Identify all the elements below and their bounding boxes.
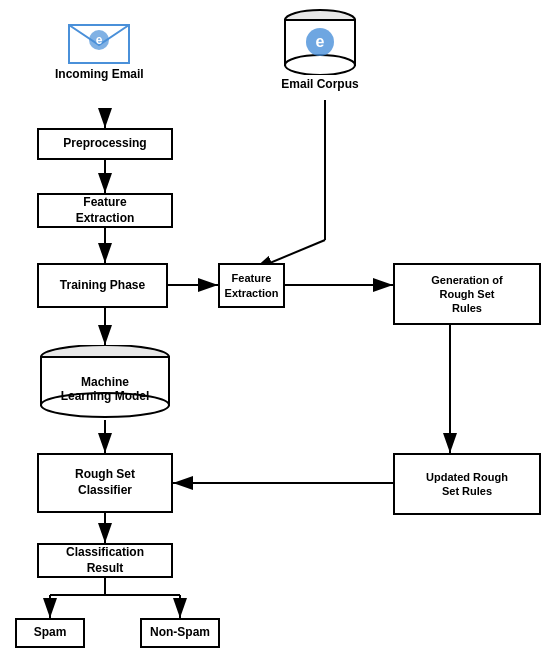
generation-rough-set-label: Generation ofRough SetRules (431, 273, 503, 316)
feature-extraction-2-box: FeatureExtraction (218, 263, 285, 308)
svg-point-23 (285, 55, 355, 75)
svg-text:e: e (96, 33, 103, 47)
training-phase-label: Training Phase (60, 278, 145, 294)
preprocessing-box: Preprocessing (37, 128, 173, 160)
rough-set-classifier-label: Rough SetClassifier (75, 467, 135, 498)
svg-text:Learning Model: Learning Model (61, 389, 150, 403)
classification-result-box: ClassificationResult (37, 543, 173, 578)
feature-extraction-2-label: FeatureExtraction (225, 271, 279, 300)
feature-extraction-1-label: FeatureExtraction (76, 195, 135, 226)
rough-set-classifier-box: Rough SetClassifier (37, 453, 173, 513)
spam-box: Spam (15, 618, 85, 648)
svg-text:Machine: Machine (81, 375, 129, 389)
generation-rough-set-box: Generation ofRough SetRules (393, 263, 541, 325)
non-spam-label: Non-Spam (150, 625, 210, 641)
preprocessing-label: Preprocessing (63, 136, 146, 152)
spam-label: Spam (34, 625, 67, 641)
flowchart-diagram: e Incoming Email e Email Corpus Preproce… (0, 0, 556, 657)
feature-extraction-1-box: FeatureExtraction (37, 193, 173, 228)
training-phase-box: Training Phase (37, 263, 168, 308)
incoming-email-label: Incoming Email (55, 67, 144, 81)
classification-result-label: ClassificationResult (66, 545, 144, 576)
updated-rough-set-box: Updated RoughSet Rules (393, 453, 541, 515)
email-corpus-label: Email Corpus (281, 77, 358, 91)
updated-rough-set-label: Updated RoughSet Rules (426, 470, 508, 499)
svg-text:e: e (316, 33, 325, 50)
non-spam-box: Non-Spam (140, 618, 220, 648)
email-corpus-icon: e Email Corpus (275, 5, 365, 91)
machine-learning-model: Machine Learning Model (37, 345, 173, 423)
incoming-email-icon: e Incoming Email (55, 10, 144, 81)
